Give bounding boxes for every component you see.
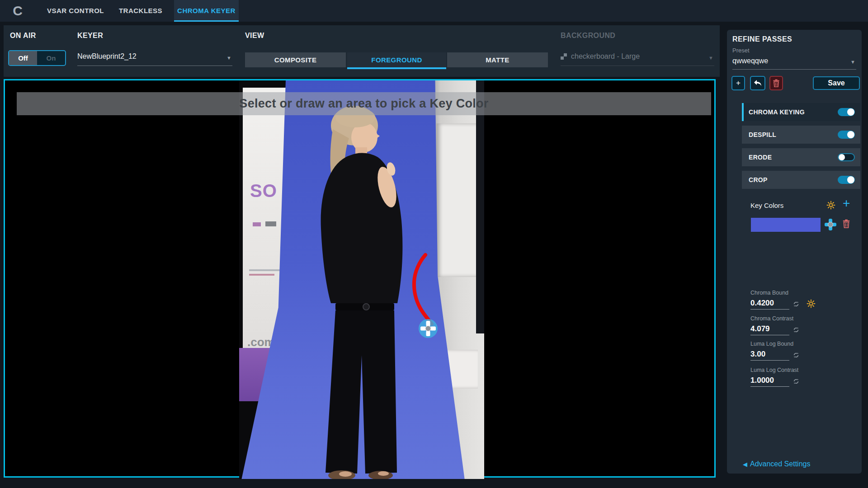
- erode-toggle[interactable]: [838, 153, 855, 161]
- chroma-contrast-label: Chroma Contrast: [750, 315, 793, 322]
- pass-row-despill[interactable]: DESPILL: [742, 126, 860, 144]
- advanced-settings-link[interactable]: ◀Advanced Settings: [743, 460, 810, 468]
- key-color-picker-icon[interactable]: [825, 219, 836, 230]
- preset-dropdown[interactable]: qwweqqwe ▼: [732, 56, 856, 70]
- key-colors-label: Key Colors: [750, 202, 783, 209]
- advanced-settings-label: Advanced Settings: [750, 460, 810, 468]
- save-button[interactable]: Save: [813, 76, 860, 90]
- add-preset-button[interactable]: +: [731, 76, 745, 90]
- tab-trackless[interactable]: TRACKLESS: [118, 0, 163, 22]
- pass-label: CHROMA KEYING: [749, 108, 805, 116]
- despill-toggle[interactable]: [838, 131, 855, 139]
- top-tab-bar: C VSAR CONTROL TRACKLESS CHROMA KEYER: [0, 0, 868, 22]
- pass-label: CROP: [749, 176, 768, 183]
- luma-log-contrast-field[interactable]: 1.0000: [750, 376, 789, 387]
- undo-button[interactable]: [750, 76, 765, 90]
- background-dropdown[interactable]: checkerboard - Large ▼: [561, 51, 714, 66]
- panel-title: REFINE PASSES: [732, 35, 792, 43]
- pass-label: DESPILL: [749, 131, 776, 138]
- background-dropdown-value: checkerboard - Large: [571, 52, 640, 60]
- pass-row-crop[interactable]: CROP: [742, 171, 860, 189]
- pass-label: ERODE: [749, 154, 772, 161]
- drawn-key-stroke: [414, 255, 432, 324]
- key-color-pick-canvas[interactable]: SO .com: [4, 79, 716, 478]
- view-composite-button[interactable]: COMPOSITE: [245, 52, 346, 67]
- keyer-label: KEYER: [77, 32, 103, 40]
- key-color-picker-handle[interactable]: [419, 319, 438, 338]
- tab-vsar-control[interactable]: VSAR CONTROL: [47, 0, 104, 22]
- undo-icon: [753, 80, 762, 87]
- app-window: C VSAR CONTROL TRACKLESS CHROMA KEYER ON…: [0, 0, 868, 488]
- luma-log-bound-label: Luma Log Bound: [750, 341, 793, 347]
- chroma-bound-label: Chroma Bound: [750, 290, 788, 296]
- delete-preset-button[interactable]: [769, 76, 783, 90]
- tab-chroma-keyer[interactable]: CHROMA KEYER: [174, 0, 239, 22]
- view-label: VIEW: [245, 32, 264, 40]
- reset-icon[interactable]: [793, 378, 799, 385]
- view-foreground-button[interactable]: FOREGROUND: [347, 52, 446, 69]
- chroma-bound-gear-icon[interactable]: [807, 299, 816, 308]
- preset-label: Preset: [732, 47, 750, 54]
- chevron-down-icon: ▼: [850, 59, 855, 65]
- chroma-contrast-field[interactable]: 4.079: [750, 324, 789, 335]
- on-air-label: ON AIR: [10, 32, 36, 40]
- on-air-on-segment[interactable]: On: [37, 51, 65, 65]
- key-color-swatch[interactable]: [751, 218, 821, 232]
- keyer-dropdown-value: NewBlueprint2_12: [77, 52, 137, 61]
- toolbar: ON AIR Off On KEYER NewBlueprint2_12 ▼ V…: [4, 25, 720, 77]
- reset-icon[interactable]: [793, 301, 799, 307]
- on-air-toggle[interactable]: Off On: [8, 50, 66, 66]
- luma-log-contrast-label: Luma Log Contrast: [750, 367, 798, 373]
- pass-row-erode[interactable]: ERODE: [742, 148, 860, 166]
- back-arrow-icon: ◀: [743, 461, 747, 468]
- background-label: BACKGROUND: [561, 32, 615, 40]
- luma-log-bound-field[interactable]: 3.00: [750, 350, 789, 361]
- crop-toggle[interactable]: [838, 176, 855, 184]
- view-matte-button[interactable]: MATTE: [447, 52, 548, 67]
- chevron-down-icon: ▼: [226, 55, 231, 61]
- chevron-down-icon: ▼: [708, 55, 713, 61]
- chroma-keying-toggle[interactable]: [838, 108, 855, 116]
- keyer-dropdown[interactable]: NewBlueprint2_12 ▼: [77, 51, 232, 66]
- reset-icon[interactable]: [793, 352, 799, 358]
- delete-key-color-button[interactable]: [842, 219, 850, 228]
- add-key-color-button[interactable]: +: [843, 196, 850, 211]
- on-air-off-segment[interactable]: Off: [9, 51, 37, 65]
- app-logo: C: [10, 3, 25, 19]
- preset-dropdown-value: qwweqqwe: [732, 57, 768, 65]
- reset-icon[interactable]: [793, 327, 799, 333]
- key-color-annotation-layer: [5, 80, 717, 479]
- trash-icon: [773, 79, 780, 87]
- refine-passes-panel: REFINE PASSES Preset qwweqqwe ▼ + Save C…: [727, 30, 862, 474]
- key-colors-gear-icon[interactable]: [826, 201, 835, 210]
- chroma-bound-field[interactable]: 0.4200: [750, 299, 789, 310]
- pass-row-chroma-keying[interactable]: CHROMA KEYING: [742, 103, 860, 121]
- checkerboard-icon: [561, 53, 567, 60]
